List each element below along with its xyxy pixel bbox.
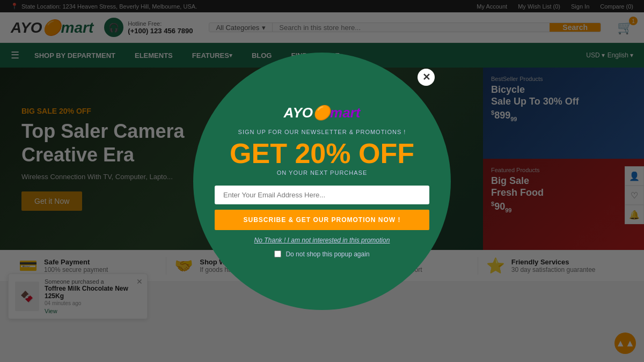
modal-overlay: ✕ AYO🟠mart SIGN UP FOR OUR NEWSLETTER & … — [0, 0, 644, 362]
modal-checkbox-label: Do not shop this popup again — [286, 250, 369, 258]
modal-checkbox-row: Do not shop this popup again — [274, 250, 369, 258]
modal-headline: GET 20% OFF — [230, 139, 414, 167]
modal-subtitle: SIGN UP FOR OUR NEWSLETTER & PROMOTIONS … — [238, 129, 406, 135]
modal-subscribe-button[interactable]: SUBSCRIBE & GET OUR PROMOTION NOW ! — [215, 210, 429, 230]
modal-no-thanks-link[interactable]: No Thank ! I am not interested in this p… — [254, 237, 390, 244]
modal-close-button[interactable]: ✕ — [418, 69, 435, 86]
modal-logo-dot: 🟠 — [313, 105, 330, 121]
modal-dont-show-checkbox[interactable] — [274, 250, 281, 257]
modal-logo-sub: mart — [330, 105, 360, 121]
modal-logo: AYO🟠mart — [284, 105, 361, 121]
newsletter-modal: ✕ AYO🟠mart SIGN UP FOR OUR NEWSLETTER & … — [193, 53, 451, 310]
modal-tagline: ON YOUR NEXT PURCHASE — [277, 169, 368, 176]
modal-email-input[interactable] — [215, 186, 429, 204]
